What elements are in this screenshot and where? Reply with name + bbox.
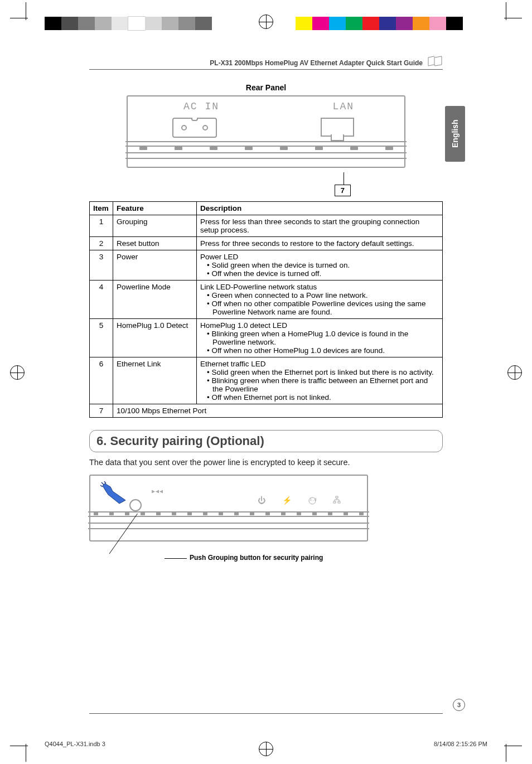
rear-panel-figure: AC IN LAN 7 [89,95,443,197]
cell-feature-span: 10/100 Mbps Ethernet Port [113,404,443,418]
front-panel-callout: Push Grouping button for security pairin… [89,541,368,569]
manual-book-icon [427,56,443,67]
reset-label: ▶◀◀ [152,488,163,495]
ethernet-led-icon [333,496,341,505]
running-head-text: PL-X31 200Mbps HomePlug AV Ethernet Adap… [210,59,423,67]
table-row: 4Powerline ModeLink LED-Powerline networ… [90,281,443,319]
table-row: 5HomePlug 1.0 DetectHomePlug 1.0 detect … [90,319,443,357]
cell-feature: Reset button [113,237,197,250]
table-row: 710/100 Mbps Ethernet Port [90,404,443,418]
press-hand-icon [100,481,134,505]
cell-item: 4 [90,281,113,319]
rear-panel-caption: Rear Panel [89,83,443,92]
table-row: 6Ethernet LinkEthernet traffic LEDSolid … [90,357,443,404]
rear-panel-drawing: AC IN LAN [127,95,405,168]
powerline-led-icon: ⚡ [282,496,292,505]
cell-description: Press for three seconds to restore to th… [197,237,443,250]
lan-label: LAN [333,101,354,112]
rear-panel-callout: 7 [127,172,405,197]
table-row: 3PowerPower LEDSolid green when the devi… [90,250,443,281]
svg-rect-1 [336,496,338,498]
cell-description: Power LEDSolid green when the device is … [197,250,443,281]
cell-item: 6 [90,357,113,404]
table-row: 1GroupingPress for less than three secon… [90,215,443,237]
imposition-file: Q4044_PL-X31.indb 3 [45,741,105,747]
footer-rule [89,713,443,714]
features-table: Item Feature Description 1GroupingPress … [89,201,443,418]
ac-socket-icon [172,118,217,138]
cell-description: Ethernet traffic LEDSolid green when the… [197,357,443,404]
svg-rect-3 [338,501,340,503]
cell-feature: HomePlug 1.0 Detect [113,319,197,357]
cell-description: HomePlug 1.0 detect LEDBlinking green wh… [197,319,443,357]
front-panel-drawing: ▶◀◀ ⏻ ⚡ 1.0 [89,475,368,541]
cell-description: Link LED-Powerline network statusGreen w… [197,281,443,319]
homeplug-led-icon: 1.0 [308,497,316,506]
section-body-text: The data that you sent over the power li… [89,458,443,467]
table-header-row: Item Feature Description [90,202,443,215]
front-panel-figure: ▶◀◀ ⏻ ⚡ 1.0 Push Grouping button for sec [89,475,443,569]
cell-feature: Powerline Mode [113,281,197,319]
power-led-icon: ⏻ [258,496,265,505]
cell-item: 1 [90,215,113,237]
cell-item: 2 [90,237,113,250]
ac-in-label: AC IN [183,101,219,112]
cell-item: 7 [90,404,113,418]
cell-feature: Grouping [113,215,197,237]
running-head: PL-X31 200Mbps HomePlug AV Ethernet Adap… [89,56,443,70]
page-number: 3 [453,699,465,711]
imposition-footer: Q4044_PL-X31.indb 3 8/14/08 2:15:26 PM [45,741,487,747]
cell-item: 3 [90,250,113,281]
page-body: PL-X31 200Mbps HomePlug AV Ethernet Adap… [89,56,443,714]
imposition-timestamp: 8/14/08 2:15:26 PM [434,741,487,747]
cell-feature: Power [113,250,197,281]
cell-feature: Ethernet Link [113,357,197,404]
registration-target-icon [507,365,522,380]
col-item: Item [90,202,113,215]
grouping-callout-text: Push Grouping button for security pairin… [190,554,323,562]
col-description: Description [197,202,443,215]
lan-port-icon [321,118,354,137]
grouping-button-icon [129,499,142,511]
language-tab: English [445,106,465,162]
registration-target-icon [10,365,25,380]
registration-target-icon [259,14,273,29]
col-feature: Feature [113,202,197,215]
svg-rect-2 [333,501,336,503]
cell-item: 5 [90,319,113,357]
section-heading: 6. Security pairing (Optional) [89,430,443,452]
registration-top [0,6,532,28]
table-row: 2Reset buttonPress for three seconds to … [90,237,443,250]
registration-bottom [0,736,532,758]
cell-description: Press for less than three seconds to sta… [197,215,443,237]
callout-number-7: 7 [335,185,351,196]
